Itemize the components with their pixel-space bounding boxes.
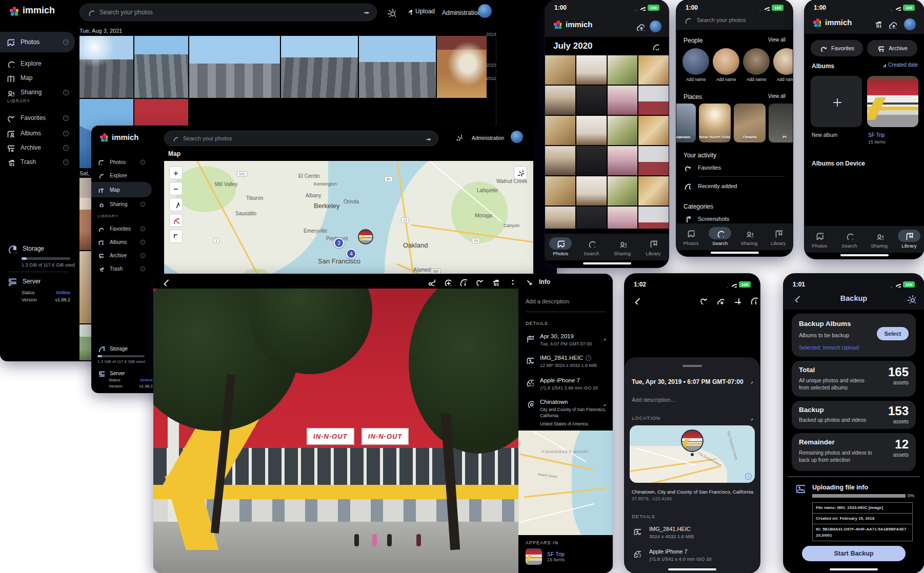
photo-thumbnail[interactable] [638, 55, 669, 85]
info-icon[interactable] [750, 296, 758, 304]
edit-location-icon[interactable] [599, 400, 606, 406]
photo-thumbnail[interactable] [359, 36, 436, 98]
nav-library[interactable]: Library [642, 237, 665, 260]
zoom-out-button[interactable]: − [169, 182, 183, 195]
photo-map-marker[interactable] [681, 429, 704, 452]
filter-icon[interactable] [362, 9, 369, 16]
drag-handle[interactable] [682, 365, 702, 367]
sort-button[interactable]: Created date [880, 62, 918, 68]
description-input[interactable]: Add description... [632, 397, 675, 403]
search-input[interactable]: Search your photos [164, 131, 438, 146]
info-icon[interactable]: i [140, 266, 145, 271]
sidebar-item-favorites[interactable]: Favoritesi [0, 110, 75, 126]
home-indicator[interactable] [711, 252, 759, 254]
nav-sharing[interactable]: Sharing [611, 237, 634, 260]
more-options-icon[interactable] [507, 278, 515, 286]
person-item[interactable]: Add name [743, 48, 770, 82]
photo-thumbnail[interactable] [545, 55, 575, 85]
nav-library[interactable]: Library [898, 230, 920, 253]
sidebar-item-photos[interactable]: Photosi [91, 155, 152, 169]
info-icon[interactable]: i [63, 145, 69, 151]
info-icon[interactable]: i [63, 90, 69, 95]
info-icon[interactable] [459, 278, 467, 286]
back-icon[interactable] [160, 278, 169, 286]
info-icon[interactable]: i [63, 115, 69, 121]
sidebar-item-sharing[interactable]: Sharingi [91, 197, 152, 211]
description-input[interactable]: Add a description [526, 298, 569, 304]
photo-viewer-image[interactable]: IN-N-OUT IN-N-OUT [153, 289, 518, 573]
nav-search[interactable]: Search [580, 237, 602, 260]
album-thumbnail[interactable] [526, 548, 542, 565]
add-icon[interactable] [733, 296, 741, 304]
immich-logo[interactable]: immich [98, 132, 139, 141]
settings-gear-icon[interactable] [907, 294, 916, 303]
photo-thumbnail[interactable] [638, 146, 669, 175]
zoom-in-button[interactable]: + [169, 166, 183, 179]
nav-photos[interactable]: Photos [808, 230, 831, 253]
info-icon[interactable]: i [140, 253, 145, 257]
photo-thumbnail[interactable] [638, 116, 669, 145]
nav-sharing[interactable]: Sharing [738, 227, 760, 250]
photo-thumbnail[interactable] [576, 207, 607, 229]
user-avatar[interactable] [511, 131, 523, 143]
cloud-sync-icon[interactable] [635, 22, 645, 31]
sidebar-item-albums[interactable]: Albumsi [91, 235, 152, 249]
sidebar-item-favorites[interactable]: Favoritesi [91, 222, 152, 235]
photo-thumbnail[interactable] [638, 86, 669, 115]
map-cluster-marker[interactable]: 4 [346, 249, 356, 259]
photo-thumbnail[interactable] [576, 116, 607, 145]
close-icon[interactable] [525, 278, 532, 285]
favorites-button[interactable]: Favorites [811, 40, 863, 56]
info-icon[interactable]: i [140, 226, 145, 231]
nav-search[interactable]: Search [838, 230, 860, 253]
administration-link[interactable]: Administration [442, 9, 481, 16]
photo-thumbnail[interactable] [608, 55, 638, 85]
photo-thumbnail[interactable] [134, 36, 188, 98]
face-thumbnail[interactable] [773, 48, 793, 75]
places-view-all-link[interactable]: View all [768, 93, 786, 99]
info-icon[interactable]: i [140, 159, 145, 164]
photo-thumbnail[interactable] [189, 36, 280, 98]
home-indicator[interactable] [668, 568, 716, 570]
add-name-label[interactable]: Add name [686, 77, 706, 82]
photo-thumbnail[interactable] [638, 207, 669, 229]
cloud-download-icon[interactable] [716, 296, 724, 304]
search-input[interactable]: Search your photos [684, 16, 746, 24]
theme-toggle-icon[interactable] [387, 8, 396, 17]
recently-added-row[interactable]: Recently added [684, 182, 737, 190]
trash-icon[interactable] [491, 278, 499, 286]
album-name[interactable]: SF Trip [868, 132, 885, 138]
photo-thumbnail[interactable] [576, 176, 607, 206]
info-icon[interactable]: i [586, 355, 591, 361]
photo-thumbnail[interactable] [576, 55, 607, 85]
photo-thumbnail[interactable] [545, 146, 575, 175]
share-icon[interactable] [427, 278, 435, 286]
album-name[interactable]: SF Trip [547, 551, 565, 557]
info-icon[interactable]: i [63, 131, 69, 136]
user-avatar[interactable] [478, 4, 492, 18]
photo-thumbnail[interactable] [545, 86, 575, 115]
compass-button[interactable] [169, 198, 183, 211]
user-avatar[interactable] [650, 21, 661, 32]
photo-thumbnail[interactable] [638, 176, 669, 206]
favorite-icon[interactable] [699, 296, 707, 304]
timeline-scrubber[interactable]: 2024 2023 2022 2021 [479, 32, 496, 133]
edit-date-icon[interactable] [599, 334, 606, 340]
edit-location-icon[interactable] [747, 414, 753, 420]
sidebar-item-trash[interactable]: Trashi [0, 154, 75, 170]
add-name-label[interactable]: Add name [747, 77, 767, 82]
user-avatar[interactable] [904, 18, 916, 30]
archive-button[interactable]: Archive [867, 40, 917, 56]
place-card[interactable]: Omaha [734, 104, 766, 142]
sidebar-item-trash[interactable]: Trashi [91, 262, 152, 275]
toggle-markers-button[interactable] [169, 214, 183, 227]
place-card[interactable]: Near North Side [699, 104, 731, 142]
trash-icon[interactable] [873, 19, 881, 28]
server-version-value[interactable]: v1.98.2 [139, 384, 153, 388]
administration-link[interactable]: Administration [472, 135, 504, 141]
face-thumbnail[interactable] [713, 48, 739, 75]
sidebar-item-photos[interactable]: Photosi [0, 32, 75, 52]
screenshots-row[interactable]: Screenshots [684, 215, 729, 222]
map-cluster-marker[interactable]: 3 [334, 238, 344, 248]
photo-thumbnail[interactable] [79, 36, 133, 98]
